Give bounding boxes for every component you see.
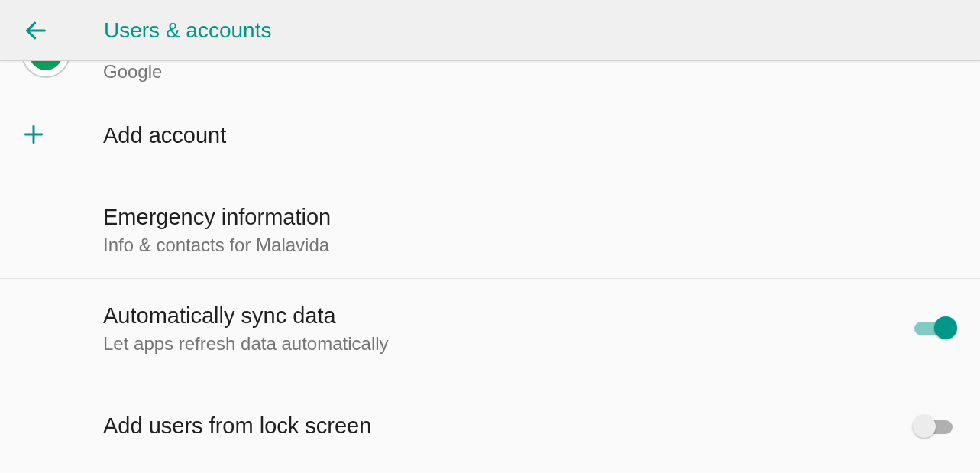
auto-sync-item[interactable]: Automatically sync data Let apps refresh… — [0, 279, 980, 377]
account-item-google[interactable]: Google — [0, 61, 980, 92]
auto-sync-toggle[interactable] — [914, 316, 954, 339]
add-account-label: Add account — [103, 121, 965, 151]
app-header: Users & accounts — [0, 0, 980, 61]
lock-screen-users-title: Add users from lock screen — [103, 411, 899, 441]
add-account-button[interactable]: Add account — [0, 92, 980, 180]
auto-sync-title: Automatically sync data — [103, 301, 899, 331]
settings-list: Google Add account Emergency information… — [0, 61, 980, 453]
lock-screen-users-toggle[interactable] — [914, 415, 954, 438]
account-item-label: Google — [103, 61, 965, 83]
emergency-subtitle: Info & contacts for Malavida — [103, 235, 965, 256]
auto-sync-subtitle: Let apps refresh data automatically — [103, 333, 899, 355]
emergency-title: Emergency information — [103, 202, 965, 232]
google-avatar-icon — [21, 61, 70, 78]
add-users-lock-screen-item[interactable]: Add users from lock screen — [0, 377, 980, 453]
back-arrow-icon[interactable] — [23, 18, 49, 44]
emergency-information-item[interactable]: Emergency information Info & contacts fo… — [0, 180, 980, 278]
page-title: Users & accounts — [104, 18, 271, 43]
plus-icon — [21, 122, 46, 150]
